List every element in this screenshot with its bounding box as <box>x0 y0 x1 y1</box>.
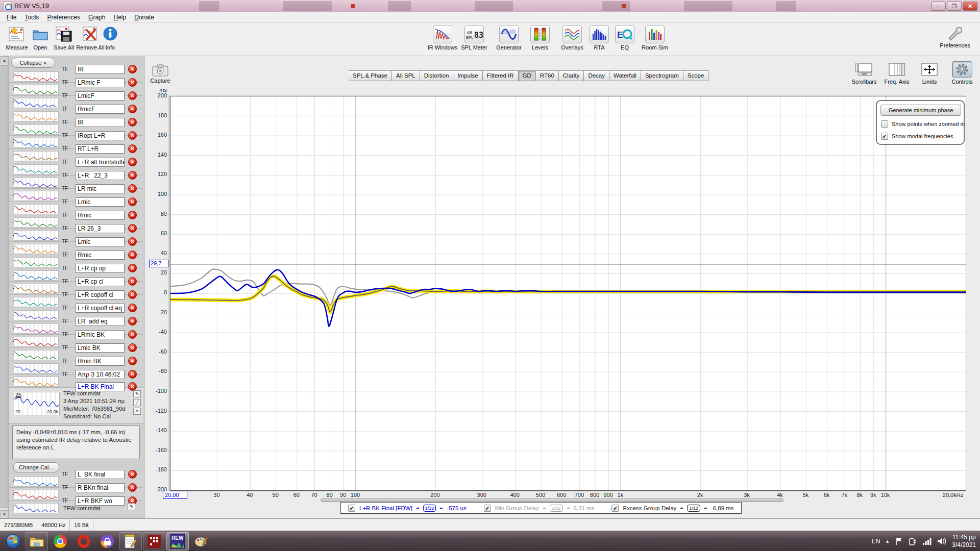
gd-plot[interactable] <box>170 96 966 490</box>
secure-browser-icon[interactable] <box>96 532 118 550</box>
delete-measurement-button[interactable]: ✕ <box>128 330 137 339</box>
measurement-name-field[interactable]: LR mic <box>76 184 125 193</box>
measurement-name-field[interactable]: LR 26_3 <box>76 224 125 233</box>
graph-tab[interactable]: Distortion <box>420 70 454 81</box>
menu-item[interactable]: Graph <box>85 13 109 21</box>
delete-measurement-button[interactable]: ✕ <box>128 91 137 100</box>
paint-icon[interactable] <box>190 532 212 550</box>
delete-measurement-button[interactable]: ✕ <box>128 224 137 233</box>
measurement-name-field[interactable]: LRmic F <box>76 78 125 87</box>
explorer-icon[interactable] <box>26 532 48 550</box>
menu-item[interactable]: File <box>3 13 20 21</box>
sidebar-scrollbar[interactable]: ▲ ▼ <box>0 56 9 518</box>
delete-measurement-button[interactable]: ✕ <box>128 118 137 127</box>
measurement-name-field[interactable]: LR add eq <box>76 317 125 326</box>
delete-measurement-button[interactable]: ✕ <box>128 197 137 206</box>
measurement-name-field[interactable]: IRopt L+R <box>76 131 125 140</box>
change-cal-button[interactable]: Change Cal... <box>13 462 59 472</box>
tray-expand-icon[interactable]: ▲ <box>885 539 890 544</box>
show-modal-checkbox[interactable] <box>881 133 888 140</box>
delete-measurement-button[interactable]: ✕ <box>128 470 137 479</box>
chrome-icon[interactable] <box>49 532 71 550</box>
network-signal-icon[interactable] <box>922 537 932 545</box>
scroll-down-arrow[interactable]: ▼ <box>1 510 8 518</box>
opera-icon[interactable] <box>72 532 95 550</box>
delete-measurement-button[interactable]: ✕ <box>128 144 137 153</box>
measurement-name-field[interactable]: LRmic BK <box>76 330 125 339</box>
menu-item[interactable]: Help <box>110 13 130 21</box>
preferences-button[interactable]: Preferences <box>937 25 973 48</box>
measurement-name-field[interactable]: Rmic BK <box>76 357 125 366</box>
graph-tab[interactable]: RT60 <box>536 70 559 81</box>
edit-notes-icon[interactable]: ✎ <box>128 503 135 510</box>
graph-tab[interactable]: Filtered IR <box>483 70 519 81</box>
info-button[interactable]: Info <box>100 25 120 51</box>
delete-measurement-button[interactable]: ✕ <box>128 105 137 113</box>
menu-item[interactable]: Tools <box>21 13 42 21</box>
graph-tab[interactable]: Scope <box>683 70 709 81</box>
generate-minimum-phase-button[interactable]: Generate minimum phase <box>880 105 961 116</box>
graph-tab[interactable]: Waterfall <box>609 70 641 81</box>
scroll-up-arrow[interactable]: ▲ <box>1 56 8 64</box>
measurement-name-field[interactable]: LmicF <box>76 91 125 101</box>
graph-tab[interactable]: Spectrogram <box>641 70 683 81</box>
delete-measurement-button[interactable]: ✕ <box>128 264 137 272</box>
delete-measurement-button[interactable]: ✕ <box>128 251 137 259</box>
delete-measurement-button[interactable]: ✕ <box>128 343 137 352</box>
measurement-name-field[interactable]: RmicF <box>76 105 125 114</box>
ir-windows-button[interactable]: IR Windows <box>427 25 458 51</box>
clock[interactable]: 11:45 μμ 3/4/2021 <box>952 534 976 549</box>
close-button[interactable]: ✕ <box>963 2 977 11</box>
measurement-name-field[interactable]: L+R BKF wo <box>76 496 125 506</box>
measurement-name-field[interactable]: IR <box>76 65 125 74</box>
delete-measurement-button[interactable]: ✕ <box>128 184 137 193</box>
restore-button[interactable]: ❐ <box>947 2 962 11</box>
delete-measurement-button[interactable]: ✕ <box>128 370 137 379</box>
scrollbar-thumb[interactable] <box>1 65 8 508</box>
measurement-name-field[interactable]: L+R cp cl <box>76 277 125 286</box>
limits-button[interactable]: Limits <box>916 61 943 85</box>
graph-tab[interactable]: Decay <box>584 70 609 81</box>
smoothing-badge[interactable]: 1/12 <box>423 505 436 512</box>
measurement-name-field[interactable]: L+R alt frontstuffed <box>76 158 125 167</box>
spl-meter-button[interactable]: dB SPL 83 SPL Meter <box>458 25 490 51</box>
rta-button[interactable]: RTA <box>588 25 610 51</box>
graph-tab[interactable]: Clarity <box>559 70 584 81</box>
controls-toggle[interactable]: Controls <box>948 61 976 85</box>
smoothing-badge[interactable]: 1/12 <box>550 505 563 512</box>
levels-button[interactable]: 0369 Levels <box>528 25 552 51</box>
delete-measurement-button[interactable]: ✕ <box>128 382 137 391</box>
delete-measurement-button[interactable]: ✕ <box>128 211 137 219</box>
graph-tab[interactable]: SPL & Phase <box>349 70 392 81</box>
action-center-flag-icon[interactable] <box>895 537 903 545</box>
room-sim-button[interactable]: Room Sim <box>639 25 671 51</box>
delete-measurement-button[interactable]: ✕ <box>128 304 137 312</box>
menu-item[interactable]: Preferences <box>43 13 84 21</box>
delete-measurement-button[interactable]: ✕ <box>128 317 137 325</box>
minimize-button[interactable]: – <box>931 2 946 11</box>
measurement-name-field[interactable]: Rmic <box>76 211 125 220</box>
power-plug-icon[interactable] <box>908 537 917 546</box>
measurement-name-field[interactable]: L BK final <box>76 470 125 479</box>
legend-checkbox[interactable] <box>611 505 619 512</box>
freq-axis-toggle[interactable]: Freq. Axis <box>883 61 911 85</box>
delete-measurement-button[interactable]: ✕ <box>128 158 137 166</box>
measurement-name-field[interactable]: IR <box>76 118 125 127</box>
show-points-checkbox[interactable] <box>881 120 888 128</box>
delete-measurement-button[interactable]: ✕ <box>128 237 137 246</box>
delete-measurement-button[interactable]: ✕ <box>128 277 137 286</box>
delete-measurement-button[interactable]: ✕ <box>128 290 137 299</box>
measurement-name-field[interactable]: L+R copoff cl eq <box>76 304 125 313</box>
cursor-value-field[interactable]: 29,7 <box>149 260 168 267</box>
measurement-name-field[interactable]: L+R cp op <box>76 264 125 273</box>
delete-measurement-button[interactable]: ✕ <box>128 483 137 492</box>
selected-measurement-panel[interactable]: L+R BK Final ✕ 20 20,0k 25 TFW corr.mdat… <box>9 388 143 423</box>
plot-frame[interactable] <box>170 96 966 491</box>
notepad-icon[interactable] <box>119 532 142 550</box>
rew-app-icon[interactable]: REW <box>166 532 189 550</box>
measurement-number[interactable]: 25 <box>15 392 21 398</box>
delete-measurement-button[interactable]: ✕ <box>128 171 137 180</box>
measurement-name-field[interactable]: RT L+R <box>76 144 125 154</box>
graph-tab[interactable]: Impulse <box>453 70 482 81</box>
show-modal-checkbox-row[interactable]: Show modal frequencies <box>881 133 953 140</box>
